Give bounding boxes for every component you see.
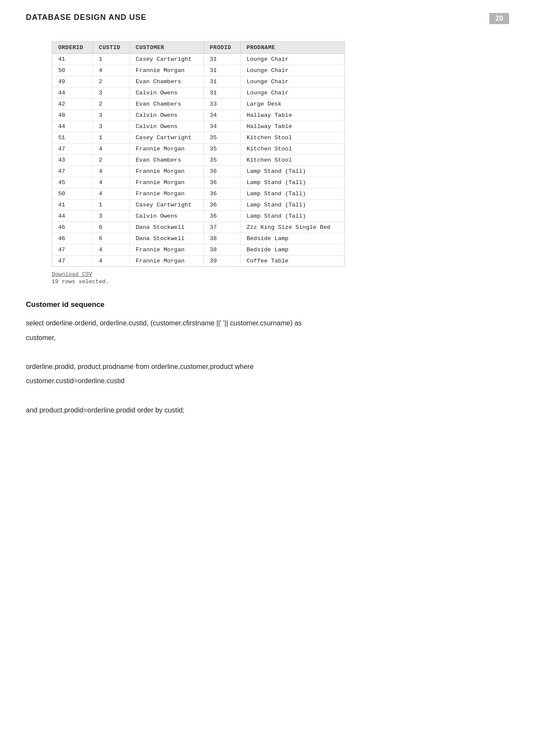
table-cell-customer: Frannie Morgan bbox=[129, 188, 203, 200]
rows-selected-label: 19 rows selected. bbox=[52, 278, 509, 285]
table-row: 504Frannie Morgan36Lamp Stand (Tall) bbox=[52, 188, 344, 200]
table-cell-customer: Frannie Morgan bbox=[129, 244, 203, 256]
table-cell-customer: Evan Chambers bbox=[129, 155, 203, 166]
table-cell-custid: 3 bbox=[93, 110, 129, 121]
table-cell-customer: Calvin Owens bbox=[129, 121, 203, 132]
table-cell-customer: Calvin Owens bbox=[129, 211, 203, 222]
table-row: 474Frannie Morgan36Lamp Stand (Tall) bbox=[52, 166, 344, 177]
table-cell-orderid: 46 bbox=[52, 222, 93, 233]
table-col-custid: CUSTID bbox=[93, 42, 129, 54]
table-row: 511Casey Cartwright35Kitchen Stool bbox=[52, 132, 344, 144]
table-cell-orderid: 47 bbox=[52, 144, 93, 155]
table-cell-orderid: 41 bbox=[52, 54, 93, 65]
table-cell-prodid: 36 bbox=[203, 188, 240, 200]
table-row: 466Dana Stockwell38Bedside Lamp bbox=[52, 233, 344, 244]
table-cell-custid: 3 bbox=[93, 87, 129, 99]
table-cell-prodname: Lounge Chair bbox=[240, 76, 344, 87]
table-cell-prodid: 34 bbox=[203, 121, 240, 132]
table-cell-prodname: Kitchen Stool bbox=[240, 144, 344, 155]
table-cell-customer: Frannie Morgan bbox=[129, 177, 203, 188]
table-cell-orderid: 50 bbox=[52, 65, 93, 76]
table-cell-orderid: 42 bbox=[52, 99, 93, 110]
table-cell-customer: Frannie Morgan bbox=[129, 256, 203, 267]
table-header-row: ORDERIDCUSTIDCUSTOMERPRODIDPRODNAME bbox=[52, 42, 344, 54]
table-cell-orderid: 43 bbox=[52, 155, 93, 166]
page-title: DATABASE DESIGN AND USE bbox=[26, 13, 147, 22]
table-cell-orderid: 47 bbox=[52, 244, 93, 256]
table-cell-customer: Evan Chambers bbox=[129, 99, 203, 110]
table-cell-prodid: 38 bbox=[203, 233, 240, 244]
table-cell-prodname: Lamp Stand (Tall) bbox=[240, 200, 344, 211]
table-cell-custid: 3 bbox=[93, 121, 129, 132]
table-row: 504Frannie Morgan31Lounge Chair bbox=[52, 65, 344, 76]
table-cell-prodname: Coffee Table bbox=[240, 256, 344, 267]
table-cell-prodid: 31 bbox=[203, 65, 240, 76]
table-cell-prodname: Kitchen Stool bbox=[240, 132, 344, 144]
table-cell-custid: 1 bbox=[93, 200, 129, 211]
table-row: 443Calvin Owens31Lounge Chair bbox=[52, 87, 344, 99]
table-cell-customer: Frannie Morgan bbox=[129, 166, 203, 177]
table-cell-custid: 4 bbox=[93, 177, 129, 188]
table-cell-prodid: 39 bbox=[203, 256, 240, 267]
sql-line-5 bbox=[26, 388, 509, 403]
table-cell-customer: Casey Cartwright bbox=[129, 132, 203, 144]
table-cell-prodid: 36 bbox=[203, 177, 240, 188]
table-row: 474Frannie Morgan38Bedside Lamp bbox=[52, 244, 344, 256]
table-cell-custid: 6 bbox=[93, 222, 129, 233]
sql-line-1: customer, bbox=[26, 331, 509, 345]
table-cell-prodname: Lamp Stand (Tall) bbox=[240, 166, 344, 177]
table-cell-prodid: 31 bbox=[203, 87, 240, 99]
table-cell-prodname: Lounge Chair bbox=[240, 87, 344, 99]
table-cell-custid: 1 bbox=[93, 132, 129, 144]
table-cell-orderid: 45 bbox=[52, 177, 93, 188]
table-cell-orderid: 46 bbox=[52, 233, 93, 244]
table-cell-custid: 2 bbox=[93, 155, 129, 166]
table-cell-orderid: 49 bbox=[52, 76, 93, 87]
table-row: 443Calvin Owens36Lamp Stand (Tall) bbox=[52, 211, 344, 222]
table-cell-prodid: 31 bbox=[203, 76, 240, 87]
table-col-prodid: PRODID bbox=[203, 42, 240, 54]
table-cell-prodname: Hallway Table bbox=[240, 121, 344, 132]
table-cell-prodname: Lounge Chair bbox=[240, 65, 344, 76]
table-cell-prodname: Lamp Stand (Tall) bbox=[240, 177, 344, 188]
table-row: 483Calvin Owens34Hallway Table bbox=[52, 110, 344, 121]
table-cell-custid: 4 bbox=[93, 244, 129, 256]
table-cell-prodid: 37 bbox=[203, 222, 240, 233]
table-cell-orderid: 44 bbox=[52, 211, 93, 222]
table-cell-customer: Casey Cartwright bbox=[129, 54, 203, 65]
table-cell-prodname: Bedside Lamp bbox=[240, 233, 344, 244]
sql-line-2 bbox=[26, 345, 509, 359]
table-row: 422Evan Chambers33Large Desk bbox=[52, 99, 344, 110]
table-row: 474Frannie Morgan39Coffee Table bbox=[52, 256, 344, 267]
table-cell-prodid: 35 bbox=[203, 155, 240, 166]
table-col-orderid: ORDERID bbox=[52, 42, 93, 54]
table-cell-prodid: 33 bbox=[203, 99, 240, 110]
table-cell-custid: 4 bbox=[93, 144, 129, 155]
table-cell-prodname: Bedside Lamp bbox=[240, 244, 344, 256]
table-cell-custid: 2 bbox=[93, 99, 129, 110]
results-table-wrapper: ORDERIDCUSTIDCUSTOMERPRODIDPRODNAME 411C… bbox=[52, 41, 345, 267]
table-row: 492Evan Chambers31Lounge Chair bbox=[52, 76, 344, 87]
table-cell-custid: 4 bbox=[93, 188, 129, 200]
table-cell-prodid: 36 bbox=[203, 166, 240, 177]
table-cell-customer: Calvin Owens bbox=[129, 87, 203, 99]
table-cell-customer: Calvin Owens bbox=[129, 110, 203, 121]
table-row: 432Evan Chambers35Kitchen Stool bbox=[52, 155, 344, 166]
table-cell-prodid: 31 bbox=[203, 54, 240, 65]
table-cell-prodname: Kitchen Stool bbox=[240, 155, 344, 166]
table-cell-custid: 6 bbox=[93, 233, 129, 244]
results-table: ORDERIDCUSTIDCUSTOMERPRODIDPRODNAME 411C… bbox=[52, 42, 344, 266]
table-cell-orderid: 50 bbox=[52, 188, 93, 200]
download-csv-link[interactable]: Download CSV bbox=[52, 271, 509, 278]
table-cell-custid: 2 bbox=[93, 76, 129, 87]
table-cell-custid: 3 bbox=[93, 211, 129, 222]
table-cell-orderid: 47 bbox=[52, 256, 93, 267]
table-cell-prodname: Lamp Stand (Tall) bbox=[240, 211, 344, 222]
table-cell-prodid: 36 bbox=[203, 200, 240, 211]
table-col-prodname: PRODNAME bbox=[240, 42, 344, 54]
table-row: 411Casey Cartwright36Lamp Stand (Tall) bbox=[52, 200, 344, 211]
table-cell-orderid: 51 bbox=[52, 132, 93, 144]
sql-block: select orderline.orderid, orderline.cust… bbox=[26, 316, 509, 417]
table-cell-customer: Frannie Morgan bbox=[129, 144, 203, 155]
table-cell-prodid: 35 bbox=[203, 132, 240, 144]
